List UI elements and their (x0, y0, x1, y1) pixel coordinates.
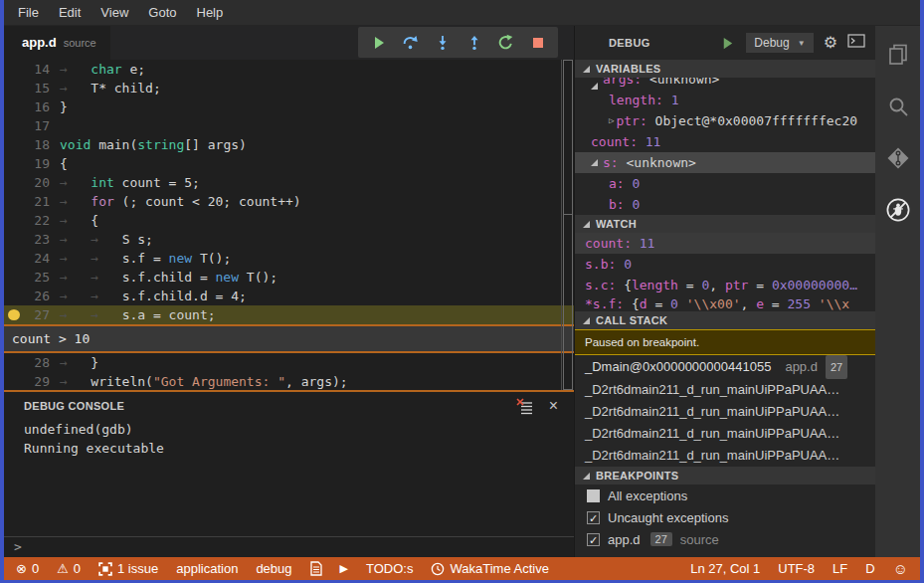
breakpoint-gutter[interactable] (4, 268, 23, 287)
status-item-0[interactable]: ⊗0 (16, 561, 39, 576)
close-icon[interactable]: × (549, 398, 558, 414)
code-line[interactable]: 15→ T* child; (4, 79, 574, 97)
code-line[interactable]: 21→ for (; count < 20; count++) (4, 192, 574, 211)
status-item-application[interactable]: application (176, 561, 238, 576)
step-over-button[interactable] (402, 34, 419, 51)
status-item-wakatime-active[interactable]: WakaTime Active (431, 561, 548, 576)
breakpoint-gutter[interactable] (4, 79, 23, 97)
breakpoint-gutter[interactable] (4, 372, 23, 390)
menu-item-file[interactable]: File (8, 0, 49, 25)
start-debug-button[interactable] (719, 35, 736, 52)
breakpoint-gutter[interactable] (4, 60, 23, 79)
menu-item-goto[interactable]: Goto (138, 0, 186, 25)
variable-row[interactable]: length: 1 (575, 90, 875, 110)
call-stack-frame[interactable]: _D2rt6dmain211_d_run_mainUiPPaPUAA… (575, 423, 875, 445)
step-out-button[interactable] (465, 34, 482, 51)
breakpoint-gutter[interactable] (4, 116, 23, 135)
variable-row[interactable]: b: 0 (575, 194, 875, 215)
status-item[interactable]: ☺ (893, 561, 908, 576)
status-item-1-issue[interactable]: 1 issue (98, 561, 158, 576)
status-item-lf[interactable]: LF (832, 561, 847, 576)
breakpoint-item[interactable]: ✓Uncaught exceptions (575, 506, 875, 528)
breakpoint-gutter[interactable] (4, 287, 23, 305)
code-line[interactable]: 28→ } (4, 353, 574, 372)
status-item[interactable]: ▶ (340, 562, 348, 575)
breakpoint-item[interactable]: All exceptions (575, 485, 875, 506)
source-control-icon[interactable] (885, 145, 911, 171)
open-console-icon[interactable] (847, 34, 865, 52)
call-stack-frame[interactable]: _Dmain@0x0000000000441055app.d27 (575, 355, 875, 379)
section-call-stack[interactable]: CALL STACK (575, 311, 875, 329)
editor-scrollbar[interactable] (561, 60, 574, 390)
continue-button[interactable] (370, 34, 387, 51)
files-icon[interactable] (885, 42, 911, 68)
variable-row[interactable]: a: 0 (575, 173, 875, 194)
section-variables[interactable]: VARIABLES (575, 60, 875, 78)
breakpoint-checkbox[interactable] (587, 489, 600, 502)
gear-icon[interactable]: ⚙ (824, 35, 837, 51)
variable-row[interactable]: args: <unknown> (575, 78, 875, 90)
status-item-utf-8[interactable]: UTF-8 (778, 561, 815, 576)
breakpoint-gutter[interactable] (4, 249, 23, 268)
breakpoint-gutter[interactable] (4, 353, 23, 372)
status-item-0[interactable]: ⚠0 (57, 561, 81, 576)
code-line[interactable]: 23→ → S s; (4, 230, 574, 249)
call-stack-frame[interactable]: _D2rt6dmain211_d_run_mainUiPPaPUAA… (575, 401, 875, 423)
code-line[interactable]: 29→ writeln("Got Arguments: ", args); (4, 372, 574, 390)
status-item-d[interactable]: D (865, 561, 874, 576)
status-item-ln-27-col-1[interactable]: Ln 27, Col 1 (690, 561, 760, 576)
search-icon[interactable] (885, 94, 911, 119)
code-line[interactable]: 17 (4, 116, 574, 135)
section-watch[interactable]: WATCH (575, 215, 875, 233)
code-line[interactable]: 25→ → s.f.child = new T(); (4, 268, 574, 287)
expand-closed-icon[interactable]: ▷ (609, 110, 614, 131)
variable-row[interactable]: s.b: 0 (575, 254, 875, 275)
breakpoint-item[interactable]: ✓app.d27source (575, 528, 875, 550)
breakpoint-condition-input[interactable]: count > 10 (4, 324, 574, 353)
variable-row[interactable]: s: <unknown> (575, 152, 875, 173)
code-line[interactable]: 27→ → s.a = count; (4, 305, 574, 324)
code-line[interactable]: 26→ → s.f.child.d = 4; (4, 287, 574, 305)
call-stack-frame[interactable]: _D2rt6dmain211_d_run_mainUiPPaPUAA… (575, 379, 875, 401)
breakpoint-checkbox[interactable]: ✓ (587, 533, 600, 546)
scrollbar-thumb[interactable] (563, 60, 573, 215)
section-breakpoints[interactable]: BREAKPOINTS (575, 467, 875, 485)
step-into-button[interactable] (434, 34, 451, 51)
variable-row[interactable]: *s.f: {d = 0 '\\x00', e = 255 '\\x (575, 295, 875, 311)
variable-row[interactable]: count: 11 (575, 233, 875, 254)
breakpoint-dot[interactable] (8, 309, 20, 320)
scrollbar-thumb[interactable] (563, 215, 573, 390)
code-editor[interactable]: 14→ char e;15→ T* child;16}1718void main… (4, 60, 574, 390)
code-line[interactable]: 20→ int count = 5; (4, 173, 574, 192)
menu-item-help[interactable]: Help (187, 0, 234, 25)
breakpoint-checkbox[interactable]: ✓ (587, 511, 600, 524)
breakpoint-gutter[interactable] (4, 154, 23, 173)
tab-app-d[interactable]: app.d source (4, 26, 110, 60)
breakpoint-gutter[interactable] (4, 230, 23, 249)
breakpoint-gutter[interactable] (4, 192, 23, 211)
code-line[interactable]: 18void main(string[] args) (4, 135, 574, 154)
breakpoint-gutter[interactable] (4, 211, 23, 230)
expand-open-icon[interactable] (591, 83, 598, 90)
code-line[interactable]: 14→ char e; (4, 60, 574, 79)
debug-config-dropdown[interactable]: Debug ▼ (746, 33, 813, 53)
code-line[interactable]: 19{ (4, 154, 574, 173)
breakpoint-gutter[interactable] (4, 97, 23, 116)
variable-row[interactable]: ▷ptr: Object@*0x00007fffffffec20 (575, 110, 875, 131)
clear-console-icon[interactable] (516, 398, 533, 415)
code-line[interactable]: 24→ → s.f = new T(); (4, 249, 574, 268)
debug-icon[interactable] (885, 197, 911, 223)
code-line[interactable]: 16} (4, 97, 574, 116)
status-item-debug[interactable]: debug (256, 561, 291, 576)
menu-item-view[interactable]: View (91, 0, 138, 25)
status-item[interactable] (310, 561, 322, 576)
breakpoint-gutter[interactable] (4, 173, 23, 192)
breakpoint-gutter[interactable] (4, 135, 23, 154)
debug-console-input[interactable]: > (4, 536, 574, 557)
status-item-todo-s[interactable]: TODO:s (366, 561, 413, 576)
code-line[interactable]: 22→ { (4, 211, 574, 230)
variable-row[interactable]: count: 11 (575, 131, 875, 152)
variable-row[interactable]: s.c: {length = 0, ptr = 0x00000000… (575, 275, 875, 295)
breakpoint-gutter[interactable] (4, 305, 23, 324)
expand-open-icon[interactable] (591, 159, 598, 166)
